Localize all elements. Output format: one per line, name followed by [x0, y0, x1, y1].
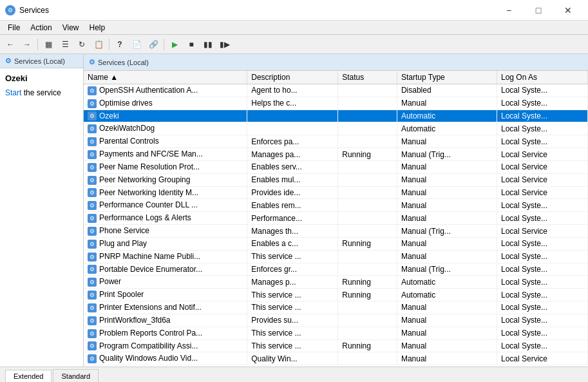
- service-icon: ⚙: [88, 227, 97, 236]
- forward-button[interactable]: →: [19, 37, 35, 52]
- service-startup-type: Automatic: [397, 289, 497, 301]
- table-row[interactable]: ⚙Optimise drivesHelps the c...ManualLoca…: [84, 97, 588, 110]
- col-header-desc[interactable]: Description: [247, 71, 338, 84]
- help-button[interactable]: ?: [112, 37, 128, 52]
- service-status: [338, 212, 397, 225]
- table-row[interactable]: ⚙PowerManages p...RunningAutomaticLocal …: [84, 276, 588, 289]
- table-row[interactable]: ⚙Peer Networking Identity M...Provides i…: [84, 186, 588, 199]
- table-row[interactable]: ⚙Quality Windows Audio Vid...Quality Win…: [84, 352, 588, 365]
- right-panel-icon: ⚙: [89, 58, 95, 66]
- connect-button[interactable]: 🔗: [146, 37, 161, 52]
- service-desc: Enables mul...: [247, 173, 338, 186]
- service-status: [338, 186, 397, 199]
- table-row[interactable]: ⚙Problem Reports Control Pa...This servi…: [84, 327, 588, 339]
- resume-button[interactable]: ▮▶: [217, 37, 232, 52]
- service-name: Performance Counter DLL ...: [99, 200, 198, 209]
- service-desc: This service ...: [247, 250, 338, 263]
- table-row[interactable]: ⚙PrintWorkflow_3fd6aProvides su...Manual…: [84, 314, 588, 327]
- table-row[interactable]: ⚙Peer Name Resolution Prot...Enables ser…: [84, 160, 588, 173]
- close-button[interactable]: ✕: [553, 0, 583, 21]
- menu-action[interactable]: Action: [25, 21, 57, 35]
- service-icon: ⚙: [88, 214, 97, 223]
- bottom-tabs: Extended Standard: [0, 367, 588, 382]
- describe-button[interactable]: 📄: [129, 37, 144, 52]
- col-header-name[interactable]: Name ▲: [84, 71, 247, 84]
- left-panel: ⚙ Services (Local) Ozeki Start the servi…: [0, 54, 84, 367]
- table-row[interactable]: ⚙PNRP Machine Name Publi...This service …: [84, 250, 588, 263]
- table-row[interactable]: ⚙Peer Networking GroupingEnables mul...M…: [84, 173, 588, 186]
- table-row[interactable]: ⚙Payments and NFC/SE Man...Manages pa...…: [84, 148, 588, 161]
- service-icon: ⚙: [88, 329, 97, 338]
- service-logon: Local Syste...: [497, 339, 587, 352]
- service-logon: Local Syste...: [497, 289, 587, 301]
- table-body: ⚙OpenSSH Authentication A...Agent to ho.…: [84, 84, 588, 365]
- service-status: [338, 97, 397, 110]
- service-name: Peer Name Resolution Prot...: [99, 162, 200, 171]
- pause-button[interactable]: ▮▮: [200, 37, 216, 52]
- tab-extended[interactable]: Extended: [5, 370, 52, 382]
- menu-help[interactable]: Help: [84, 21, 111, 35]
- menu-file[interactable]: File: [3, 21, 25, 35]
- menu-view[interactable]: View: [57, 21, 84, 35]
- col-header-logon[interactable]: Log On As: [497, 71, 587, 84]
- tab-standard[interactable]: Standard: [53, 369, 99, 382]
- services-list: Name ▲ Description Status Startup Type L…: [84, 71, 588, 365]
- table-row[interactable]: ⚙Performance Counter DLL ...Enables rem.…: [84, 199, 588, 212]
- table-row[interactable]: ⚙OzekiWatchDogAutomaticLocal Syste...: [84, 122, 588, 135]
- service-icon: ⚙: [88, 111, 97, 120]
- table-row[interactable]: ⚙Plug and PlayEnables a c...RunningManua…: [84, 237, 588, 250]
- minimize-button[interactable]: −: [494, 0, 524, 21]
- refresh-button[interactable]: ↻: [74, 37, 90, 52]
- service-icon: ⚙: [88, 137, 97, 146]
- service-desc: Enforces gr...: [247, 263, 338, 276]
- service-desc: Agent to ho...: [247, 84, 338, 97]
- export-button[interactable]: 📋: [91, 37, 106, 52]
- col-header-startup[interactable]: Startup Type: [397, 71, 497, 84]
- service-name: Optimise drives: [99, 99, 153, 108]
- col-header-status[interactable]: Status: [338, 71, 397, 84]
- start-button[interactable]: ▶: [167, 37, 182, 52]
- service-logon: Local Service: [497, 186, 587, 199]
- table-row[interactable]: ⚙Printer Extensions and Notif...This ser…: [84, 301, 588, 314]
- properties-button[interactable]: ☰: [57, 37, 73, 52]
- start-service-link[interactable]: Start: [5, 88, 21, 97]
- stop-button[interactable]: ■: [184, 37, 199, 52]
- service-icon: ⚙: [88, 316, 97, 325]
- service-logon: Local Syste...: [497, 110, 587, 122]
- table-row[interactable]: ⚙Phone ServiceManages th...Manual (Trig.…: [84, 225, 588, 238]
- selected-service-name: Ozeki: [5, 73, 78, 83]
- table-row[interactable]: ⚙OzekiAutomaticLocal Syste...: [84, 110, 588, 122]
- service-icon: ⚙: [88, 86, 97, 95]
- service-startup-type: Automatic: [397, 276, 497, 289]
- table-row[interactable]: ⚙Program Compatibility Assi...This servi…: [84, 339, 588, 352]
- table-header: Name ▲ Description Status Startup Type L…: [84, 71, 588, 84]
- service-desc: Quality Win...: [247, 352, 338, 365]
- service-status: [338, 314, 397, 327]
- back-button[interactable]: ←: [3, 37, 18, 52]
- service-startup-type: Manual: [397, 199, 497, 212]
- table-row[interactable]: ⚙Portable Device Enumerator...Enforces g…: [84, 263, 588, 276]
- table-row[interactable]: ⚙Print SpoolerThis service ...RunningAut…: [84, 289, 588, 301]
- service-icon: ⚙: [88, 265, 97, 274]
- maximize-button[interactable]: □: [524, 0, 553, 21]
- service-startup-type: Manual: [397, 339, 497, 352]
- right-panel-header-text: Services (Local): [98, 59, 149, 66]
- service-status: [338, 160, 397, 173]
- service-desc: Manages p...: [247, 276, 338, 289]
- service-icon: ⚙: [88, 303, 97, 312]
- service-name: Problem Reports Control Pa...: [99, 329, 202, 338]
- service-status: [338, 173, 397, 186]
- service-logon: Local Syste...: [497, 122, 587, 135]
- services-table[interactable]: Name ▲ Description Status Startup Type L…: [84, 71, 588, 367]
- menu-bar: File Action View Help: [0, 21, 588, 35]
- table-row[interactable]: ⚙Parental ControlsEnforces pa...ManualLo…: [84, 135, 588, 148]
- service-desc: Provides ide...: [247, 186, 338, 199]
- table-row[interactable]: ⚙OpenSSH Authentication A...Agent to ho.…: [84, 84, 588, 97]
- service-name: PrintWorkflow_3fd6a: [99, 316, 171, 325]
- service-startup-type: Manual: [397, 135, 497, 148]
- toolbar-separator-3: [164, 39, 164, 50]
- service-startup-type: Manual: [397, 212, 497, 225]
- show-hide-console-button[interactable]: ▦: [41, 37, 56, 52]
- service-status: [338, 84, 397, 97]
- table-row[interactable]: ⚙Performance Logs & AlertsPerformance...…: [84, 212, 588, 225]
